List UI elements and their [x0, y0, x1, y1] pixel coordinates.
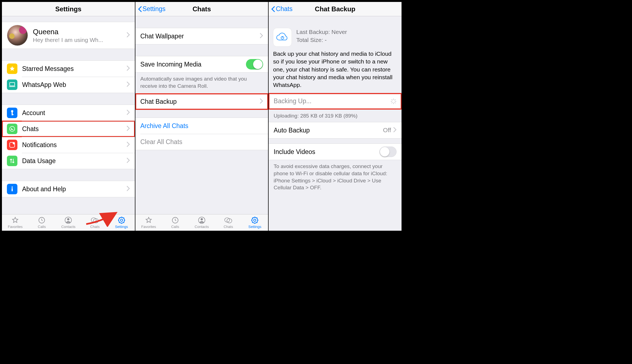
- tab-contacts[interactable]: Contacts: [188, 214, 215, 231]
- svg-rect-7: [12, 188, 13, 191]
- tab-label: Calls: [38, 225, 46, 229]
- row-account[interactable]: Account: [2, 105, 135, 121]
- settings-content[interactable]: Queena Hey there! I am using Wh... Starr…: [2, 16, 135, 214]
- tab-favorites[interactable]: Favorites: [2, 214, 28, 231]
- key-icon: [7, 108, 17, 118]
- svg-point-6: [13, 142, 15, 144]
- chevron-right-icon: [127, 158, 130, 164]
- row-archive-all[interactable]: Archive All Chats: [135, 118, 268, 134]
- panel-settings: Settings Queena Hey there! I am using Wh…: [2, 2, 135, 231]
- chats-icon: [91, 216, 99, 224]
- tab-label: Chats: [224, 225, 233, 229]
- tab-settings[interactable]: Settings: [242, 214, 268, 231]
- backup-info: Last Backup: Never Total Size: -: [269, 24, 402, 48]
- tab-contacts[interactable]: Contacts: [55, 214, 82, 231]
- backup-note: To avoid excessive data charges, connect…: [269, 160, 402, 195]
- row-notifications[interactable]: Notifications: [2, 137, 135, 153]
- chevron-right-icon: [260, 98, 263, 105]
- tab-label: Chats: [90, 225, 100, 229]
- row-save-incoming-media[interactable]: Save Incoming Media: [135, 56, 268, 72]
- person-icon: [64, 216, 72, 224]
- svg-line-28: [392, 99, 393, 100]
- svg-rect-3: [12, 114, 14, 115]
- chevron-right-icon: [127, 110, 130, 116]
- svg-rect-0: [10, 83, 15, 86]
- tab-chats[interactable]: Chats: [82, 214, 108, 231]
- row-label: WhatsApp Web: [22, 81, 127, 89]
- tabbar: Favorites Calls Contacts Chats Settings: [2, 214, 135, 231]
- panel-chat-backup: Chats Chat Backup Last Backup: Never Tot…: [269, 2, 402, 231]
- tab-label: Settings: [248, 225, 261, 229]
- person-icon: [198, 216, 206, 224]
- notification-icon: [7, 140, 17, 150]
- row-chat-wallpaper[interactable]: Chat Wallpaper: [135, 28, 268, 44]
- uploading-progress: Uploading: 285 KB of 319 KB (89%): [269, 110, 402, 122]
- backup-content[interactable]: Last Backup: Never Total Size: - Back up…: [269, 16, 402, 231]
- back-label: Chats: [276, 5, 292, 13]
- row-label: About and Help: [22, 185, 127, 193]
- laptop-icon: [7, 79, 17, 90]
- gear-icon: [118, 216, 125, 224]
- tab-label: Favorites: [8, 225, 22, 229]
- chevron-left-icon: [271, 6, 275, 12]
- svg-point-8: [12, 187, 13, 188]
- profile-name: Queena: [33, 28, 127, 36]
- row-backing-up: Backing Up...: [269, 93, 402, 109]
- row-chat-backup[interactable]: Chat Backup: [135, 94, 268, 110]
- clock-icon: [171, 216, 179, 224]
- tab-label: Favorites: [141, 225, 156, 229]
- chevron-right-icon: [127, 142, 130, 148]
- navbar-title: Chats: [193, 5, 211, 13]
- svg-line-30: [392, 102, 393, 103]
- svg-line-31: [395, 99, 395, 100]
- tab-favorites[interactable]: Favorites: [135, 214, 162, 231]
- spinner-icon: [390, 98, 397, 104]
- cloud-icon: [273, 28, 292, 47]
- star-outline-icon: [145, 216, 153, 224]
- row-auto-backup[interactable]: Auto Backup Off: [269, 122, 402, 138]
- total-size-value: Total Size: -: [296, 36, 347, 44]
- chats-content[interactable]: Chat Wallpaper Save Incoming Media Autom…: [135, 16, 268, 214]
- row-starred-messages[interactable]: Starred Messages: [2, 61, 135, 77]
- row-data-usage[interactable]: Data Usage: [2, 153, 135, 169]
- tabbar: Favorites Calls Contacts Chats Settings: [135, 214, 268, 231]
- row-chats[interactable]: Chats: [2, 121, 135, 137]
- row-label: Auto Backup: [274, 127, 383, 134]
- tab-label: Calls: [171, 225, 179, 229]
- switch-include-videos[interactable]: [379, 147, 397, 157]
- switch-save-media[interactable]: [246, 59, 263, 70]
- tab-calls[interactable]: Calls: [28, 214, 55, 231]
- row-label: Account: [22, 109, 127, 117]
- row-whatsapp-web[interactable]: WhatsApp Web: [2, 77, 135, 93]
- chats-icon: [224, 216, 232, 224]
- tab-label: Settings: [115, 225, 128, 229]
- star-icon: [7, 63, 17, 74]
- svg-line-29: [395, 102, 395, 103]
- last-backup-value: Last Backup: Never: [296, 28, 347, 36]
- tab-calls[interactable]: Calls: [162, 214, 188, 231]
- back-button[interactable]: Settings: [138, 5, 166, 13]
- row-clear-all[interactable]: Clear All Chats: [135, 134, 268, 150]
- tab-label: Contacts: [195, 225, 209, 229]
- arrows-icon: [7, 156, 17, 166]
- tab-chats[interactable]: Chats: [215, 214, 242, 231]
- back-button[interactable]: Chats: [271, 5, 292, 13]
- backup-description: Back up your chat history and media to i…: [269, 48, 402, 93]
- navbar-title: Settings: [55, 5, 82, 13]
- row-about-help[interactable]: About and Help: [2, 181, 135, 197]
- back-label: Settings: [143, 5, 166, 13]
- svg-point-11: [67, 218, 69, 220]
- profile-status: Hey there! I am using Wh...: [33, 37, 127, 43]
- row-label: Data Usage: [22, 157, 127, 165]
- row-include-videos[interactable]: Include Videos: [269, 144, 402, 160]
- svg-point-1: [11, 110, 13, 112]
- row-label: Clear All Chats: [140, 138, 263, 146]
- navbar-chats: Settings Chats: [135, 2, 268, 16]
- profile-row[interactable]: Queena Hey there! I am using Wh...: [2, 22, 135, 49]
- navbar-settings: Settings: [2, 2, 135, 16]
- navbar-backup: Chats Chat Backup: [269, 2, 402, 16]
- row-label: Save Incoming Media: [140, 61, 246, 68]
- chevron-left-icon: [138, 6, 142, 12]
- avatar: [7, 25, 28, 46]
- tab-settings[interactable]: Settings: [108, 214, 135, 231]
